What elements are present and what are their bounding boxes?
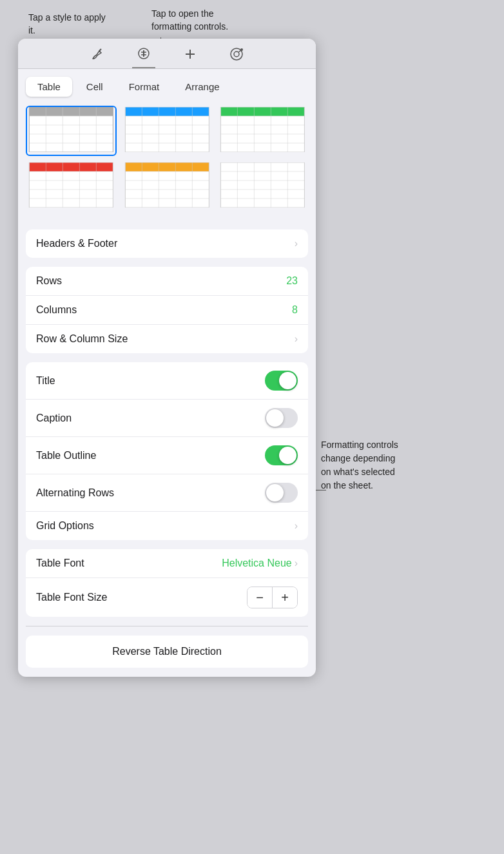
table-font-size-row: Table Font Size − + (26, 578, 308, 617)
grid-options-chevron: › (295, 520, 298, 532)
row-column-size-row[interactable]: Row & Column Size › (26, 325, 308, 353)
table-style-orange[interactable] (122, 161, 213, 211)
title-toggle-knob (279, 372, 296, 389)
caption-toggle-knob (266, 409, 284, 427)
rows-label: Rows (36, 275, 62, 287)
row-column-size-chevron: › (295, 333, 298, 345)
table-outline-row[interactable]: Table Outline (26, 437, 308, 474)
headers-footer-label: Headers & Footer (36, 238, 117, 249)
title-toggle[interactable] (265, 371, 298, 391)
add-icon[interactable] (179, 45, 202, 68)
table-outline-toggle[interactable] (265, 445, 298, 465)
annotation-formatting-note: Formatting controlschange dependingon wh… (321, 438, 398, 492)
alternating-rows-label: Alternating Rows (36, 487, 114, 499)
share-icon[interactable] (225, 45, 248, 68)
annotation-tap-open: Tap to open theformatting controls. (151, 8, 228, 33)
font-size-increase-button[interactable]: + (273, 587, 297, 608)
svg-rect-45 (29, 162, 113, 171)
tab-arrange[interactable]: Arrange (173, 77, 231, 97)
table-style-blue[interactable] (122, 106, 213, 156)
format-panel: Table Cell Format Arrange (18, 39, 316, 677)
rows-value: 23 (286, 275, 298, 287)
grid-options-row[interactable]: Grid Options › (26, 512, 308, 540)
alternating-rows-toggle-knob (266, 484, 284, 501)
tab-table[interactable]: Table (26, 77, 72, 97)
columns-row[interactable]: Columns 8 (26, 296, 308, 325)
headers-footer-row[interactable]: Headers & Footer › (26, 229, 308, 258)
table-outline-label: Table Outline (36, 450, 96, 461)
table-font-size-label: Table Font Size (36, 592, 107, 603)
alternating-rows-toggle[interactable] (265, 483, 298, 503)
caption-row[interactable]: Caption (26, 400, 308, 437)
bottom-divider (26, 626, 308, 626)
alternating-rows-row[interactable]: Alternating Rows (26, 474, 308, 512)
svg-line-9 (238, 50, 241, 52)
svg-rect-66 (221, 162, 305, 208)
caption-toggle[interactable] (265, 408, 298, 428)
svg-rect-23 (125, 107, 209, 116)
font-size-stepper: − + (247, 587, 298, 608)
annotation-tap-style: Tap a style to apply it. (28, 12, 112, 37)
svg-rect-34 (221, 107, 305, 116)
font-section: Table Font Helvetica Neue › Table Font S… (26, 549, 308, 617)
grid-options-label: Grid Options (36, 520, 94, 532)
table-style-gray[interactable] (26, 106, 117, 156)
table-font-value-group: Helvetica Neue › (222, 558, 298, 569)
tab-cell[interactable]: Cell (75, 77, 115, 97)
tab-bar: Table Cell Format Arrange (18, 69, 316, 97)
table-style-plain[interactable] (217, 161, 308, 211)
format-icon[interactable] (132, 45, 155, 68)
reverse-table-button[interactable]: Reverse Table Direction (26, 636, 308, 668)
table-style-red[interactable] (26, 161, 117, 211)
caption-label: Caption (36, 412, 72, 424)
title-row[interactable]: Title (26, 362, 308, 400)
svg-point-8 (234, 52, 239, 57)
row-column-size-label: Row & Column Size (36, 333, 128, 345)
columns-value: 8 (292, 304, 298, 316)
table-font-label: Table Font (36, 558, 84, 569)
toolbar (18, 39, 316, 69)
font-size-decrease-button[interactable]: − (247, 587, 272, 608)
table-style-green[interactable] (217, 106, 308, 156)
table-font-value: Helvetica Neue (222, 558, 292, 569)
paintbrush-icon[interactable] (86, 45, 109, 68)
rows-row[interactable]: Rows 23 (26, 267, 308, 296)
headers-footer-section: Headers & Footer › (26, 229, 308, 258)
table-font-chevron: › (295, 558, 298, 569)
svg-line-0 (99, 49, 101, 51)
table-font-row[interactable]: Table Font Helvetica Neue › (26, 549, 308, 578)
svg-point-10 (240, 48, 243, 51)
title-label: Title (36, 375, 55, 387)
columns-label: Columns (36, 304, 77, 316)
reverse-table-label: Reverse Table Direction (112, 646, 222, 657)
headers-footer-chevron: › (295, 238, 298, 249)
svg-rect-56 (125, 162, 209, 171)
table-styles-grid (18, 97, 316, 220)
toggles-section: Title Caption Table Outline Alternating … (26, 362, 308, 540)
rows-columns-section: Rows 23 Columns 8 Row & Column Size › (26, 267, 308, 353)
svg-rect-12 (29, 107, 113, 116)
tab-format[interactable]: Format (117, 77, 171, 97)
table-outline-toggle-knob (279, 447, 296, 464)
